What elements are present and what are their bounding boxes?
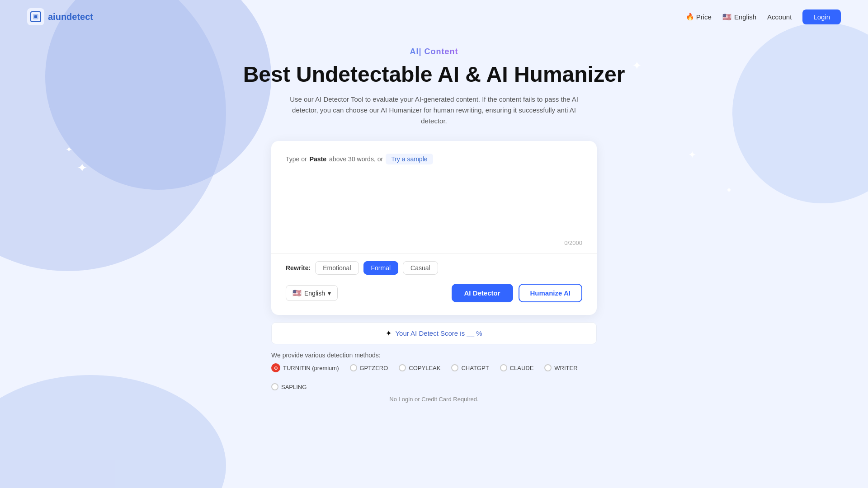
login-button[interactable]: Login: [802, 9, 841, 24]
hero-title: Best Undetectable AI & AI Humanizer: [243, 62, 625, 87]
score-sparkle-icon: ✦: [386, 329, 392, 338]
language-selector-label: English: [304, 290, 325, 297]
chevron-down-icon: ▾: [328, 290, 331, 297]
account-nav-item[interactable]: Account: [767, 13, 792, 21]
method-copyleak-label: COPYLEAK: [409, 365, 440, 371]
method-claude-radio: [500, 364, 507, 371]
character-counter: 0/2000: [286, 239, 582, 246]
method-sapling: SAPLING: [271, 383, 307, 390]
nav-right: 🔥 Price 🇺🇸 English Account Login: [686, 9, 841, 24]
toolbar-above-text: above 30 words, or: [329, 155, 383, 163]
score-bar: ✦ Your AI Detect Score is __ %: [271, 322, 597, 344]
hero-subtitle: AI| Content: [410, 47, 458, 56]
method-copyleak: COPYLEAK: [399, 364, 440, 371]
svg-rect-3: [34, 15, 37, 18]
try-sample-button[interactable]: Try a sample: [386, 154, 433, 164]
detection-label: We provide various detection methods:: [271, 352, 597, 359]
rewrite-row: Rewrite: Emotional Formal Casual: [286, 261, 582, 275]
flag-icon: 🇺🇸: [722, 13, 731, 21]
main-content: AI| Content Best Undetectable AI & AI Hu…: [0, 33, 868, 403]
rewrite-label: Rewrite:: [286, 264, 311, 272]
humanize-ai-button[interactable]: Humanize AI: [519, 284, 582, 302]
toolbar-type-text: Type or: [286, 155, 307, 163]
language-nav-item[interactable]: 🇺🇸 English: [722, 13, 756, 21]
content-input[interactable]: [286, 170, 582, 238]
detection-methods-list: ⊙ TURNITIN (premium) GPTZERO COPYLEAK CH…: [271, 363, 597, 390]
detection-section: We provide various detection methods: ⊙ …: [271, 352, 597, 403]
logo[interactable]: aiundetect: [27, 8, 93, 25]
editor-toolbar: Type or Paste above 30 words, or Try a s…: [286, 154, 582, 164]
method-sapling-radio: [271, 383, 278, 390]
logo-text: aiundetect: [48, 12, 93, 22]
method-gptzero: GPTZERO: [350, 364, 388, 371]
method-turnitin: ⊙ TURNITIN (premium): [271, 363, 339, 372]
hero-description: Use our AI Detector Tool to evaluate you…: [289, 94, 579, 127]
method-writer-radio: [544, 364, 552, 371]
editor-card: Type or Paste above 30 words, or Try a s…: [271, 141, 597, 315]
divider: [271, 253, 597, 254]
score-text: Your AI Detect Score is __ %: [395, 329, 482, 337]
account-label: Account: [767, 13, 792, 21]
method-claude-label: CLAUDE: [510, 365, 534, 371]
rewrite-casual-button[interactable]: Casual: [403, 261, 438, 275]
price-icon: 🔥: [686, 13, 694, 21]
toolbar-paste-button[interactable]: Paste: [310, 155, 326, 163]
method-chatgpt-label: CHATGPT: [461, 365, 489, 371]
language-label: English: [734, 13, 756, 21]
action-row: 🇺🇸 English ▾ AI Detector Humanize AI: [286, 284, 582, 302]
language-selector[interactable]: 🇺🇸 English ▾: [286, 285, 338, 301]
price-label: Price: [696, 13, 712, 21]
method-gptzero-radio: [350, 364, 357, 371]
method-writer: WRITER: [544, 364, 577, 371]
ai-detector-button[interactable]: AI Detector: [452, 284, 513, 302]
method-sapling-label: SAPLING: [281, 384, 307, 390]
no-login-text: No Login or Credit Card Required.: [271, 396, 597, 403]
method-copyleak-radio: [399, 364, 406, 371]
turnitin-icon: ⊙: [271, 363, 280, 372]
method-claude: CLAUDE: [500, 364, 534, 371]
action-buttons: AI Detector Humanize AI: [452, 284, 583, 302]
method-turnitin-label: TURNITIN (premium): [283, 365, 339, 371]
navbar: aiundetect 🔥 Price 🇺🇸 English Account Lo…: [0, 0, 868, 33]
method-gptzero-label: GPTZERO: [360, 365, 388, 371]
language-flag-icon: 🇺🇸: [292, 289, 302, 297]
method-chatgpt: CHATGPT: [451, 364, 489, 371]
rewrite-emotional-button[interactable]: Emotional: [315, 261, 359, 275]
method-writer-label: WRITER: [554, 365, 577, 371]
price-nav-item[interactable]: 🔥 Price: [686, 13, 712, 21]
logo-icon: [27, 8, 44, 25]
method-chatgpt-radio: [451, 364, 458, 371]
rewrite-formal-button[interactable]: Formal: [363, 261, 399, 275]
